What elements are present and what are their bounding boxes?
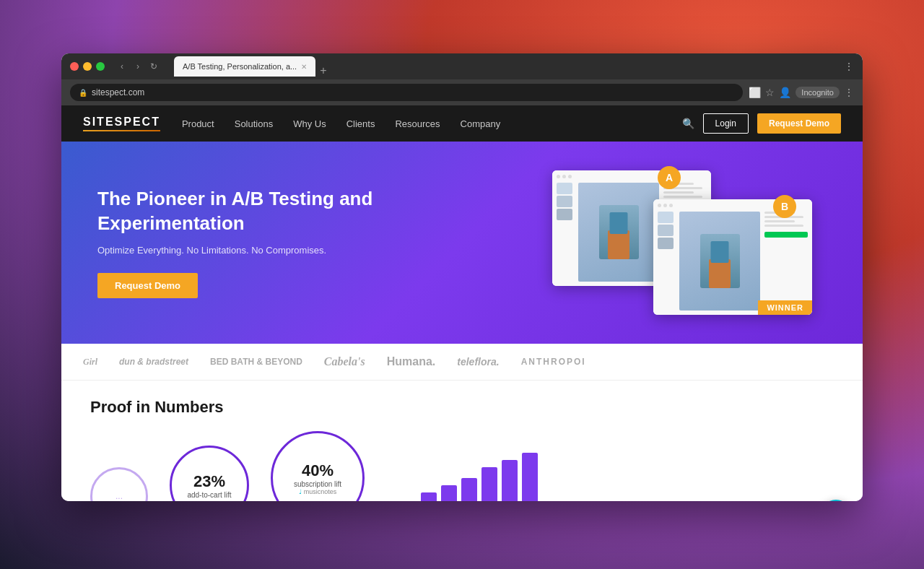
stat-circle-23: 23% add-to-cart lift [170, 446, 249, 501]
nav-company[interactable]: Company [461, 118, 501, 129]
back-button[interactable]: ‹ [116, 61, 128, 72]
bookmark-icon[interactable]: ☆ [765, 87, 775, 98]
nav-clients[interactable]: Clients [346, 118, 375, 129]
stat-circle-partial: ... [90, 467, 148, 501]
active-tab[interactable]: A/B Testing, Personalization, a... ✕ [174, 56, 315, 77]
stat-label-23: add-to-cart lift [187, 491, 231, 499]
nav-why-us[interactable]: Why Us [293, 118, 326, 129]
more-options-button[interactable]: ⋮ [844, 61, 854, 72]
badge-a: A [658, 166, 681, 189]
nav-right: 🔍 Login Request Demo [682, 113, 841, 134]
nav-links: Product Solutions Why Us Clients Resourc… [182, 118, 682, 129]
incognito-label: Incognito [801, 88, 834, 97]
site-nav: SITESPECT Product Solutions Why Us Clien… [61, 105, 863, 142]
client-logo-humana: Humana. [387, 355, 436, 368]
bar-1 [421, 492, 437, 501]
site-logo[interactable]: SITESPECT [83, 116, 160, 131]
hero-section: The Pioneer in A/B Testing and Experimen… [61, 142, 863, 344]
client-logo-cabelas: Cabela's [324, 355, 365, 368]
client-logo-girl: Girl [83, 357, 97, 368]
hero-title: The Pioneer in A/B Testing and Experimen… [97, 187, 494, 236]
client-logo-bedbath: BED BATH & BEYOND [210, 357, 302, 367]
bar-2 [441, 485, 457, 501]
nav-solutions[interactable]: Solutions [235, 118, 273, 129]
new-tab-button[interactable]: + [320, 65, 326, 77]
toolbar-actions: ⬜ ☆ 👤 Incognito ⋮ [749, 87, 854, 98]
hero-cta-button[interactable]: Request Demo [97, 273, 198, 298]
bar-3 [461, 478, 477, 501]
login-button[interactable]: Login [703, 113, 749, 134]
forward-button[interactable]: › [132, 61, 144, 72]
cast-icon[interactable]: ⬜ [749, 87, 761, 98]
bar-4 [481, 467, 497, 501]
traffic-lights [70, 62, 105, 71]
hero-content: The Pioneer in A/B Testing and Experimen… [97, 187, 494, 298]
browser-window: ‹ › ↻ A/B Testing, Personalization, a...… [61, 53, 863, 501]
bar-chart [401, 453, 538, 501]
incognito-badge: Incognito [796, 87, 840, 98]
tab-title: A/B Testing, Personalization, a... [183, 62, 297, 71]
nav-resources[interactable]: Resources [395, 118, 440, 129]
fullscreen-button[interactable] [96, 62, 105, 71]
client-logo-dun: dun & bradstreet [119, 357, 188, 367]
logo-underbar [83, 130, 160, 131]
badge-b: B [773, 195, 796, 218]
lock-icon: 🔒 [79, 89, 87, 97]
url-text: sitespect.com [92, 87, 144, 97]
browser-titlebar: ‹ › ↻ A/B Testing, Personalization, a...… [61, 53, 863, 79]
profile-icon[interactable]: 👤 [779, 87, 791, 98]
bar-6 [522, 453, 538, 501]
client-logo-anthropologie: ANTHROPOI [521, 357, 586, 367]
winner-banner: WINNER [758, 300, 812, 315]
browser-nav: ‹ › ↻ [116, 61, 160, 72]
bar-5 [502, 460, 518, 501]
tab-bar: A/B Testing, Personalization, a... ✕ + [174, 56, 327, 77]
logo-text: SITESPECT [83, 116, 160, 129]
proof-stats: ... 23% add-to-cart lift 40% subscriptio… [90, 431, 834, 501]
website-content: SITESPECT Product Solutions Why Us Clien… [61, 105, 863, 501]
stat-number-40: 40% [302, 461, 334, 480]
reload-button[interactable]: ↻ [148, 61, 160, 72]
search-icon[interactable]: 🔍 [682, 118, 694, 129]
stat-brand-40: ♩ musicnotes [299, 488, 337, 495]
stat-label-40: subscription lift [294, 480, 341, 488]
stat-number-23: 23% [193, 472, 225, 491]
tab-close-button[interactable]: ✕ [301, 63, 307, 71]
hero-image: WINNER A B [523, 170, 827, 315]
stat-circle-40: 40% subscription lift ♩ musicnotes [271, 431, 365, 501]
address-bar[interactable]: 🔒 sitespect.com [70, 84, 743, 101]
browser-actions: ⋮ [844, 61, 854, 72]
proof-title: Proof in Numbers [90, 398, 834, 417]
client-logo-teleflora: teleflora. [457, 356, 499, 368]
clients-strip: Girl dun & bradstreet BED BATH & BEYOND … [61, 344, 863, 381]
request-demo-nav-button[interactable]: Request Demo [757, 113, 841, 134]
minimize-button[interactable] [83, 62, 92, 71]
chrome-menu-button[interactable]: ⋮ [844, 87, 854, 98]
hero-subtitle: Optimize Everything. No Limitations. No … [97, 245, 494, 256]
close-button[interactable] [70, 62, 79, 71]
proof-section: Proof in Numbers ... 23% add-to-cart lif… [61, 381, 863, 501]
address-bar-row: 🔒 sitespect.com ⬜ ☆ 👤 Incognito ⋮ [61, 79, 863, 105]
nav-product[interactable]: Product [182, 118, 214, 129]
